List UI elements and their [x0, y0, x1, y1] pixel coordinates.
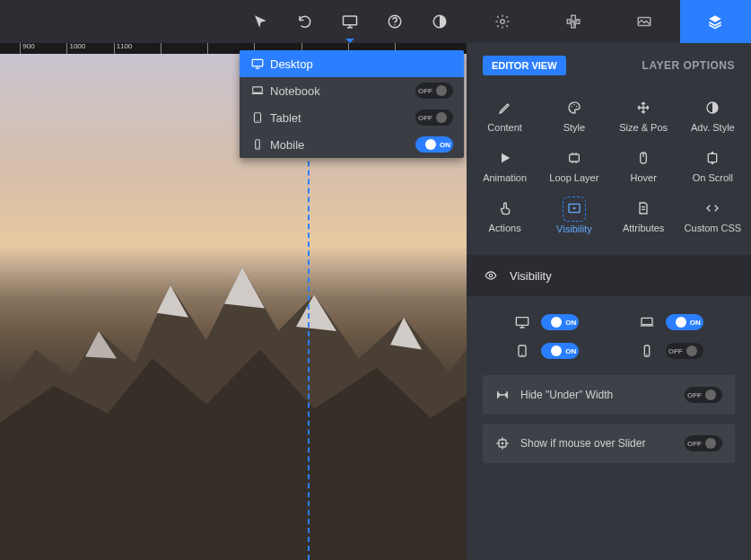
pencil-icon [498, 101, 512, 115]
visibility-notebook-toggle[interactable]: ON [666, 314, 703, 330]
scroll-icon [705, 151, 720, 165]
dropdown-item-notebook[interactable]: Notebook OFF [240, 77, 464, 104]
move-icon [636, 101, 651, 115]
ruler-tick: 1100 [114, 43, 159, 54]
cursor-icon [252, 13, 268, 30]
dropdown-item-desktop[interactable]: Desktop [240, 50, 464, 77]
tool-content[interactable]: Content [470, 92, 539, 142]
target-icon [495, 436, 510, 451]
mountain-image [0, 231, 467, 560]
contrast-icon [705, 101, 720, 115]
tablet-icon [250, 111, 270, 124]
palette-icon [567, 101, 581, 115]
ruler-tick [161, 43, 205, 54]
doc-icon [636, 201, 651, 215]
tool-size-pos[interactable]: Size & Pos [609, 92, 678, 142]
eye-icon [483, 269, 499, 282]
tool-adv-style[interactable]: Adv. Style [678, 92, 747, 142]
option-label: Show if mouse over Slider [520, 437, 674, 450]
dropdown-label: Desktop [270, 57, 453, 71]
help-button[interactable] [377, 4, 413, 39]
ruler-tick [0, 43, 18, 54]
tablet-toggle[interactable]: OFF [415, 109, 453, 126]
ruler-tick: 900 [20, 43, 65, 54]
visibility-desktop-row: ON [493, 314, 600, 330]
notebook-icon [639, 315, 655, 329]
tool-actions[interactable]: Actions [470, 192, 539, 242]
tool-visibility[interactable]: Visibility [539, 192, 608, 242]
tablet-icon [514, 344, 530, 358]
section-title: Visibility [510, 269, 552, 283]
main-toolbar [0, 0, 467, 43]
mobile-toggle[interactable]: ON [415, 136, 453, 153]
contrast-button[interactable] [422, 4, 458, 39]
mobile-icon [639, 344, 655, 358]
mobile-icon [250, 138, 270, 151]
tool-animation[interactable]: Animation [470, 142, 539, 192]
dropdown-label: Tablet [270, 111, 415, 125]
visibility-notebook-row: ON [618, 314, 725, 330]
eye-box-icon [567, 201, 581, 215]
loop-icon [567, 151, 581, 165]
desktop-icon [514, 315, 530, 329]
tab-layers[interactable] [680, 0, 751, 43]
cursor-tool-button[interactable] [242, 4, 278, 39]
tab-navigation[interactable] [537, 0, 608, 43]
tool-on-scroll[interactable]: On Scroll [678, 142, 747, 192]
layer-options-button[interactable]: LAYER OPTIONS [642, 59, 735, 72]
tool-loop-layer[interactable]: Loop Layer [539, 142, 608, 192]
show-on-hover-toggle[interactable]: OFF [685, 435, 722, 451]
dropdown-label: Notebook [270, 84, 415, 98]
show-on-hover-row: Show if mouse over Slider OFF [483, 424, 735, 463]
dropdown-item-tablet[interactable]: Tablet OFF [240, 104, 464, 131]
mouse-icon [636, 151, 651, 165]
width-icon [495, 388, 510, 402]
panorama-icon [636, 13, 652, 30]
dropdown-label: Mobile [270, 138, 415, 152]
visibility-desktop-toggle[interactable]: ON [541, 314, 579, 330]
desktop-icon [250, 57, 270, 70]
visibility-device-grid: ON ON ON OFF [467, 296, 751, 375]
dropdown-item-mobile[interactable]: Mobile ON [240, 131, 464, 158]
desktop-icon [342, 13, 358, 30]
tool-attributes[interactable]: Attributes [609, 192, 678, 242]
code-icon [705, 201, 720, 215]
tool-grid: Content Style Size & Pos Adv. Style Anim… [467, 84, 751, 255]
gear-icon [494, 13, 511, 30]
device-preview-button[interactable] [332, 4, 368, 39]
notebook-icon [250, 84, 270, 97]
visibility-tablet-row: ON [493, 343, 600, 359]
tab-slides[interactable] [609, 0, 680, 43]
sidebar-tabs [467, 0, 751, 43]
layers-icon [707, 13, 723, 30]
tool-hover[interactable]: Hover [609, 142, 678, 192]
contrast-icon [432, 13, 448, 30]
help-icon [387, 13, 403, 30]
right-sidebar: EDITOR VIEW LAYER OPTIONS Content Style … [467, 0, 751, 560]
tool-custom-css[interactable]: Custom CSS [678, 192, 747, 242]
hide-under-width-row: Hide "Under" Width OFF [483, 375, 735, 415]
editor-view-button[interactable]: EDITOR VIEW [483, 56, 566, 75]
option-label: Hide "Under" Width [520, 389, 674, 401]
visibility-mobile-toggle[interactable]: OFF [666, 343, 703, 359]
undo-icon [297, 13, 313, 30]
device-dropdown: Desktop Notebook OFF Tablet OFF Mobile O… [240, 50, 464, 158]
ruler-tick: 1000 [66, 43, 111, 54]
visibility-mobile-row: OFF [618, 343, 725, 359]
hide-under-width-toggle[interactable]: OFF [685, 387, 722, 403]
visibility-tablet-toggle[interactable]: ON [541, 343, 579, 359]
play-icon [498, 151, 512, 165]
tool-style[interactable]: Style [539, 92, 608, 142]
touch-icon [498, 201, 512, 215]
sidebar-header: EDITOR VIEW LAYER OPTIONS [467, 43, 751, 84]
visibility-section-header[interactable]: Visibility [467, 255, 751, 296]
undo-button[interactable] [287, 4, 323, 39]
tab-settings[interactable] [467, 0, 537, 43]
notebook-toggle[interactable]: OFF [415, 83, 453, 99]
cross-icon [565, 13, 581, 30]
